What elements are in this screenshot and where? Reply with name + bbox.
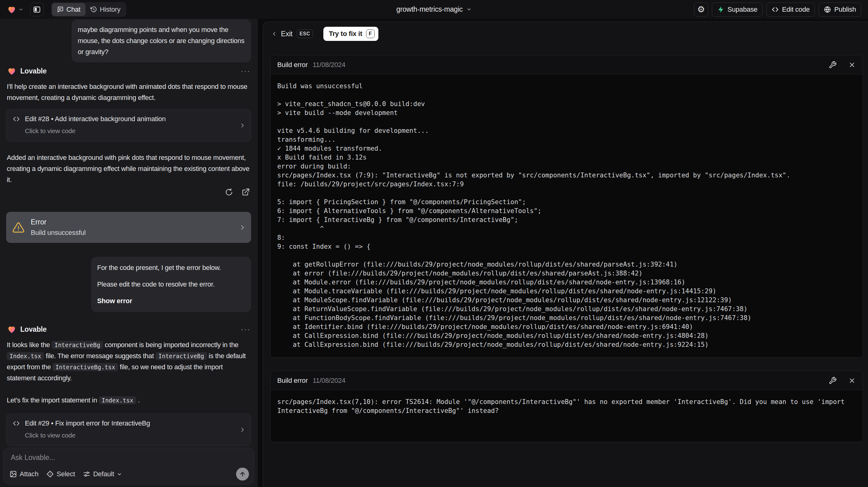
assistant-name: Lovable bbox=[20, 325, 47, 334]
chevron-right-icon bbox=[239, 426, 246, 433]
send-button[interactable] bbox=[236, 468, 249, 481]
assistant-paragraph: I'll help create an interactive backgrou… bbox=[7, 81, 252, 103]
chat-composer: Attach Select Default bbox=[3, 448, 254, 485]
supabase-icon bbox=[717, 6, 724, 13]
assistant-paragraph: Added an interactive background with pin… bbox=[7, 152, 252, 185]
supabase-button[interactable]: Supabase bbox=[712, 2, 763, 17]
build-log: Build was unsuccessful > vite_react_shad… bbox=[277, 82, 856, 349]
lovable-heart-icon bbox=[7, 66, 17, 76]
chat-input[interactable] bbox=[11, 454, 247, 467]
f-key-badge: F bbox=[366, 30, 375, 38]
publish-button[interactable]: Publish bbox=[818, 2, 861, 17]
open-external-icon[interactable] bbox=[241, 188, 250, 196]
assistant-header: Lovable ··· bbox=[7, 324, 250, 334]
lovable-heart-icon bbox=[7, 324, 17, 334]
arrow-up-icon bbox=[239, 471, 246, 478]
sliders-icon bbox=[83, 470, 90, 478]
mode-label: Default bbox=[93, 470, 114, 478]
user-message-text: Please edit the code to resolve the erro… bbox=[97, 279, 245, 290]
close-icon[interactable] bbox=[848, 61, 856, 68]
assistant-header: Lovable ··· bbox=[7, 66, 250, 76]
code-icon bbox=[12, 115, 20, 123]
chevron-left-icon bbox=[271, 31, 277, 37]
image-icon bbox=[9, 470, 17, 478]
edit-code-button[interactable]: Edit code bbox=[766, 2, 815, 17]
target-icon bbox=[46, 470, 54, 478]
retry-icon[interactable] bbox=[225, 188, 233, 196]
chevron-down-icon bbox=[19, 7, 23, 12]
tab-history-label: History bbox=[100, 5, 121, 13]
esc-key-badge: ESC bbox=[297, 30, 313, 38]
edit-card-title: Edit #29 • Fix import error for Interact… bbox=[25, 419, 150, 427]
gear-icon: ⚙ bbox=[697, 5, 705, 14]
publish-label: Publish bbox=[834, 5, 856, 13]
select-label: Select bbox=[57, 470, 75, 478]
chevron-right-icon bbox=[239, 224, 246, 231]
error-overlay-panel: Exit ESC Try to fix it F Build error 11/… bbox=[263, 22, 868, 487]
edit-card-28[interactable]: Edit #28 • Add interactive background an… bbox=[6, 109, 251, 142]
toggle-sidebar-button[interactable] bbox=[30, 3, 44, 16]
panel-title: Build error bbox=[277, 377, 308, 385]
attach-button[interactable]: Attach bbox=[9, 470, 38, 478]
chevron-down-icon bbox=[466, 7, 471, 12]
code-icon bbox=[12, 420, 20, 427]
fix-wrench-icon[interactable] bbox=[829, 61, 837, 69]
panel-date: 11/08/2024 bbox=[313, 61, 345, 69]
exit-button[interactable]: Exit bbox=[281, 30, 292, 38]
tab-chat-label: Chat bbox=[66, 5, 81, 13]
inline-code: InteractiveBg.tsx bbox=[53, 363, 118, 371]
fix-wrench-icon[interactable] bbox=[829, 377, 837, 385]
build-error-panel-1: Build error 11/08/2024 Build was unsucce… bbox=[270, 55, 863, 358]
build-error-panel-2: Build error 11/08/2024 src/pages/Index.t… bbox=[270, 371, 863, 442]
user-message: maybe diagramming points and when you mo… bbox=[72, 19, 251, 62]
attach-label: Attach bbox=[20, 470, 38, 478]
tab-history[interactable]: History bbox=[86, 3, 125, 16]
error-card-subtitle: Build unsuccessful bbox=[31, 229, 86, 237]
panel-header: Build error 11/08/2024 bbox=[271, 371, 863, 390]
error-card-title: Error bbox=[31, 218, 86, 226]
inline-code: Index.tsx bbox=[7, 352, 44, 360]
panel-header: Build error 11/08/2024 bbox=[271, 55, 863, 74]
project-name: growth-metrics-magic bbox=[397, 5, 463, 13]
build-error-card[interactable]: Error Build unsuccessful bbox=[6, 212, 251, 243]
inline-code: InteractiveBg bbox=[156, 352, 207, 360]
edit-card-subtitle: Click to view code bbox=[25, 127, 245, 135]
chat-history-switcher: Chat History bbox=[51, 2, 126, 17]
edit-card-29[interactable]: Edit #29 • Fix import error for Interact… bbox=[6, 414, 251, 446]
supabase-label: Supabase bbox=[727, 5, 758, 13]
mode-dropdown[interactable]: Default bbox=[83, 470, 122, 478]
message-actions bbox=[225, 188, 250, 196]
lovable-logo-menu[interactable] bbox=[7, 5, 23, 14]
app-header: Chat History growth-metrics-magic ⚙ Supa… bbox=[0, 0, 868, 19]
settings-button[interactable]: ⚙ bbox=[694, 2, 708, 17]
user-message: For the code present, I get the error be… bbox=[91, 257, 251, 312]
panel-title: Build error bbox=[277, 61, 308, 69]
assistant-name: Lovable bbox=[20, 67, 47, 75]
code-icon bbox=[772, 6, 779, 13]
edit-code-label: Edit code bbox=[782, 5, 810, 13]
chevron-down-icon bbox=[117, 471, 122, 477]
edit-card-title: Edit #28 • Add interactive background an… bbox=[25, 115, 166, 123]
more-options-icon[interactable]: ··· bbox=[241, 69, 250, 72]
try-to-fix-label: Try to fix it bbox=[329, 30, 362, 38]
main-area: Exit ESC Try to fix it F Build error 11/… bbox=[257, 19, 868, 487]
more-options-icon[interactable]: ··· bbox=[241, 328, 250, 331]
user-message-text: For the code present, I get the error be… bbox=[97, 262, 245, 273]
close-icon[interactable] bbox=[848, 377, 856, 384]
show-error-link[interactable]: Show error bbox=[97, 296, 245, 307]
panel-left-icon bbox=[33, 5, 41, 13]
build-log: src/pages/Index.tsx(7,10): error TS2614:… bbox=[277, 398, 856, 415]
globe-icon bbox=[824, 6, 831, 13]
lovable-heart-icon bbox=[7, 5, 17, 14]
try-to-fix-button[interactable]: Try to fix it F bbox=[323, 27, 378, 41]
select-button[interactable]: Select bbox=[46, 470, 75, 478]
user-message-text: maybe diagramming points and when you mo… bbox=[78, 26, 244, 56]
chat-bubble-icon bbox=[57, 6, 64, 13]
assistant-paragraph: It looks like the InteractiveBg componen… bbox=[7, 339, 252, 384]
inline-code: Index.tsx bbox=[99, 396, 136, 404]
project-name-dropdown[interactable]: growth-metrics-magic bbox=[397, 0, 472, 19]
tab-chat[interactable]: Chat bbox=[52, 3, 86, 16]
panel-date: 11/08/2024 bbox=[313, 377, 345, 385]
overlay-topbar: Exit ESC Try to fix it F bbox=[271, 27, 378, 41]
chevron-right-icon bbox=[239, 122, 246, 129]
